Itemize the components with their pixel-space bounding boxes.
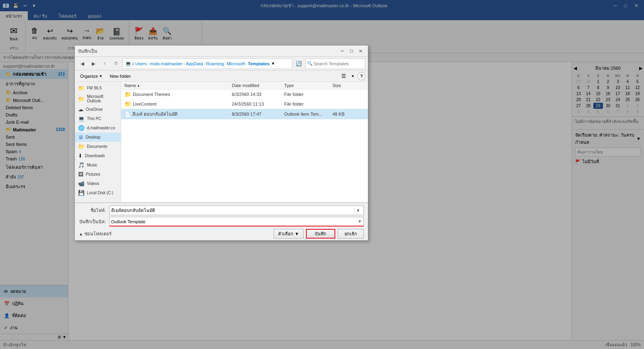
sidebar-local-disk[interactable]: 💾 Local Disk (C:) (75, 188, 121, 197)
cancel-button[interactable]: ยกเลิก (338, 229, 364, 239)
col-type[interactable]: Type (284, 83, 332, 88)
search-input[interactable] (314, 61, 363, 66)
view-dropdown-btn[interactable]: ▼ (350, 72, 356, 81)
search-icon: 🔍 (307, 61, 313, 66)
save-button[interactable]: บันทึก (306, 229, 335, 239)
save-dialog: บันทึกเป็น ─ □ ✕ ◀ ▶ ↑ ⏱ 💻 « Users › mob… (74, 45, 368, 241)
sidebar-network[interactable]: 🌐 d.mailmaster.co (75, 123, 121, 133)
organize-btn[interactable]: Organize ▼ (77, 72, 105, 81)
search-box[interactable]: 🔍 (305, 58, 365, 69)
breadcrumb[interactable]: 💻 « Users › mobi-mailmaster › AppData › … (122, 58, 292, 69)
breadcrumb-icon: 💻 (125, 61, 131, 66)
breadcrumb-users[interactable]: Users (135, 61, 147, 66)
dialog-maximize-btn[interactable]: □ (347, 47, 356, 55)
folder-icon: 📁 (124, 101, 131, 107)
new-folder-btn[interactable]: New folder (107, 72, 134, 81)
sidebar-this-pc[interactable]: 💻 This PC (75, 114, 121, 123)
dialog-title-text: บันทึกเป็น (78, 48, 97, 55)
dialog-minimize-btn[interactable]: ─ (338, 47, 347, 55)
nav-recent-btn[interactable]: ⏱ (111, 59, 121, 69)
col-date[interactable]: Date modified (232, 83, 284, 88)
filename-input-wrapper[interactable]: ▼ (109, 206, 364, 215)
options-btn[interactable]: ตัวเลือก ▼ (274, 229, 303, 239)
breadcrumb-templates[interactable]: Templates (248, 61, 270, 66)
outlook-file-icon: 📄 (124, 111, 131, 117)
sidebar-music[interactable]: 🎵 Music (75, 160, 121, 170)
file-list-area: Name ▲ Date modified Type Size 📁 Documen… (121, 82, 368, 202)
breadcrumb-microsoft[interactable]: Microsoft (227, 61, 245, 66)
hide-folders-btn[interactable]: ▲ ซ่อนโฟลเดอร์ (79, 230, 111, 237)
sidebar-onedrive[interactable]: ☁ OneDrive (75, 105, 121, 114)
sidebar-msoutlook[interactable]: 📁 Microsoft Outlook (75, 93, 121, 105)
filetype-label: บันทึกเป็นนิล: (79, 218, 109, 225)
file-row-template[interactable]: 📄 อีเมล์ ตอบกลับอัตโนมัติ 8/3/2560 17:47… (121, 109, 368, 119)
filetype-select[interactable]: Outlook Template ▼ (109, 217, 364, 226)
breadcrumb-roaming[interactable]: Roaming (206, 61, 224, 66)
sidebar-desktop[interactable]: 🖥 Desktop (75, 133, 121, 142)
folder-icon: 📁 (124, 91, 131, 98)
nav-up-btn[interactable]: ↑ (100, 59, 109, 69)
breadcrumb-mailmaster[interactable]: mobi-mailmaster (150, 61, 183, 66)
dialog-sidebar: 📁 FM 96.5 📁 Microsoft Outlook ☁ OneDrive… (75, 82, 121, 202)
dialog-close-btn[interactable]: ✕ (357, 47, 365, 55)
filename-input[interactable] (111, 208, 354, 213)
sidebar-fm965[interactable]: 📁 FM 96.5 (75, 83, 121, 93)
dialog-title-bar: บันทึกเป็น ─ □ ✕ (75, 46, 368, 57)
file-row-livecontent[interactable]: 📁 LiveContent 24/3/2560 11:13 File folde… (121, 99, 368, 109)
breadcrumb-appdata[interactable]: AppData (186, 61, 203, 66)
sidebar-downloads[interactable]: ⬇ Downloads (75, 151, 121, 160)
file-header-row[interactable]: Name ▲ Date modified Type Size (121, 82, 368, 89)
help-btn[interactable]: ? (357, 72, 365, 80)
breadcrumb-dropdown[interactable]: ▼ (271, 61, 275, 66)
nav-back-btn[interactable]: ◀ (77, 59, 87, 69)
col-size[interactable]: Size (332, 83, 365, 88)
sidebar-documents[interactable]: 📁 Documents (75, 142, 121, 151)
dialog-footer: ชื่อไฟล์: ▼ บันทึกเป็นนิล: Outlook Templ… (75, 203, 368, 240)
view-toggle-btn[interactable]: ☰ (339, 72, 348, 81)
sidebar-videos[interactable]: 📹 Videos (75, 179, 121, 188)
filetype-dropdown-icon: ▼ (358, 219, 362, 224)
col-name[interactable]: Name ▲ (124, 83, 232, 88)
breadcrumb-refresh-btn[interactable]: 🔄 (294, 59, 303, 69)
file-row-docthemes[interactable]: 📁 Document Themes 6/3/2560 14:33 File fo… (121, 89, 368, 99)
hide-folders-icon: ▲ (79, 232, 83, 236)
filename-dropdown-btn[interactable]: ▼ (354, 208, 362, 213)
sidebar-pictures[interactable]: 🖼 Pictures (75, 170, 121, 179)
filename-label: ชื่อไฟล์: (79, 207, 109, 214)
sort-arrow: ▲ (137, 84, 140, 87)
nav-forward-btn[interactable]: ▶ (89, 59, 98, 69)
